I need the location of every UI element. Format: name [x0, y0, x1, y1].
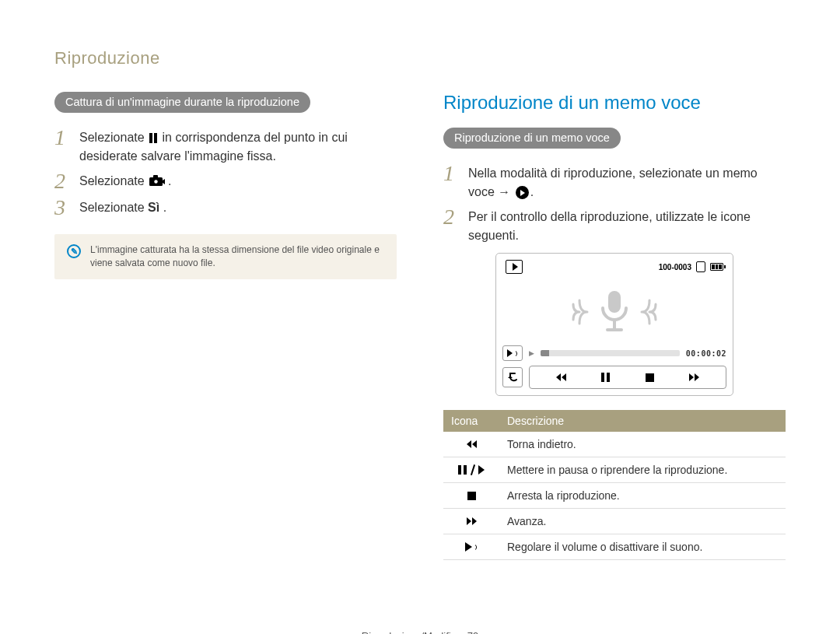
- play-circle-icon: [516, 186, 529, 199]
- table-desc: Mettere in pausa o riprendere la riprodu…: [499, 457, 786, 483]
- step-text: Selezionate in corrispondenza del punto …: [79, 128, 397, 166]
- memory-card-icon: [696, 261, 705, 272]
- step-text: Per il controllo della riproduzione, uti…: [468, 208, 786, 245]
- playback-mode-icon: [506, 260, 523, 274]
- microphone-icon: [556, 285, 673, 339]
- battery-icon: [710, 263, 723, 271]
- step-number: 3: [54, 197, 72, 219]
- rewind-icon: [451, 440, 492, 448]
- page-footer: Riproduzione/Modifica 79: [54, 630, 786, 634]
- stop-icon: [451, 492, 492, 500]
- voice-memo-pill: Riproduzione di un memo voce: [443, 128, 621, 149]
- svg-rect-5: [613, 319, 616, 328]
- controls-legend-table: Icona Descrizione Torna indietro. Metter…: [443, 410, 786, 560]
- step-text: Selezionate Sì .: [79, 198, 166, 217]
- left-column: Cattura di un'immagine durante la riprod…: [54, 92, 397, 560]
- table-row: Mettere in pausa o riprendere la riprodu…: [443, 457, 786, 483]
- note-box: ✎ L'immagine catturata ha la stessa dime…: [54, 234, 397, 279]
- step-number: 2: [443, 206, 460, 228]
- time-code: 00:00:02: [686, 349, 726, 358]
- table-desc: Regolare il volume o disattivare il suon…: [499, 534, 786, 560]
- forward-icon: [451, 517, 492, 525]
- table-desc: Torna indietro.: [499, 432, 786, 457]
- table-row: Avanza.: [443, 509, 786, 534]
- pause-button[interactable]: [592, 369, 618, 386]
- table-header-desc: Descrizione: [499, 410, 786, 432]
- step-number: 1: [54, 127, 72, 149]
- step-number: 2: [54, 170, 72, 192]
- voice-memo-heading: Riproduzione di un memo voce: [443, 92, 786, 114]
- step-number: 1: [443, 163, 460, 184]
- table-header-icon: Icona: [443, 410, 499, 432]
- stop-button[interactable]: [637, 369, 663, 386]
- capture-steps: 1 Selezionate in corrispondenza del punt…: [54, 128, 397, 219]
- player-body: [502, 278, 726, 345]
- step-text: Selezionate .: [79, 172, 172, 191]
- table-desc: Avanza.: [499, 509, 786, 534]
- svg-point-3: [154, 180, 157, 183]
- svg-marker-2: [163, 179, 165, 184]
- table-row: Arresta la riproduzione.: [443, 483, 786, 509]
- step-text: Nella modalità di riproduzione, selezion…: [468, 164, 786, 201]
- volume-button[interactable]: [502, 345, 523, 361]
- pause-icon: [149, 133, 157, 143]
- table-desc: Arresta la riproduzione.: [499, 483, 786, 509]
- voice-memo-steps: 1 Nella modalità di riproduzione, selezi…: [443, 164, 786, 245]
- control-bar: [529, 366, 726, 389]
- info-icon: ✎: [67, 244, 81, 258]
- pause-play-icon: [451, 464, 492, 475]
- svg-rect-4: [608, 291, 621, 313]
- file-index: 100-0003: [659, 263, 691, 271]
- table-row: Regolare il volume o disattivare il suon…: [443, 534, 786, 560]
- right-column: Riproduzione di un memo voce Riproduzion…: [443, 92, 786, 560]
- rewind-button[interactable]: [548, 369, 574, 386]
- capture-camera-icon: [149, 173, 166, 185]
- svg-rect-1: [153, 175, 158, 178]
- svg-marker-7: [508, 376, 513, 378]
- note-text: L'immagine catturata ha la stessa dimens…: [90, 243, 384, 270]
- svg-rect-6: [606, 328, 623, 331]
- progress-bar[interactable]: [541, 350, 680, 356]
- status-bar: 100-0003: [659, 261, 723, 272]
- progress-play-indicator: ▶: [529, 349, 534, 357]
- back-button[interactable]: [502, 367, 523, 387]
- table-row: Torna indietro.: [443, 432, 786, 457]
- page-title: Riproduzione: [54, 48, 786, 68]
- voice-player: 100-0003: [495, 253, 733, 396]
- forward-button[interactable]: [681, 369, 708, 386]
- capture-section-pill: Cattura di un'immagine durante la riprod…: [54, 92, 310, 113]
- volume-icon: [451, 542, 492, 552]
